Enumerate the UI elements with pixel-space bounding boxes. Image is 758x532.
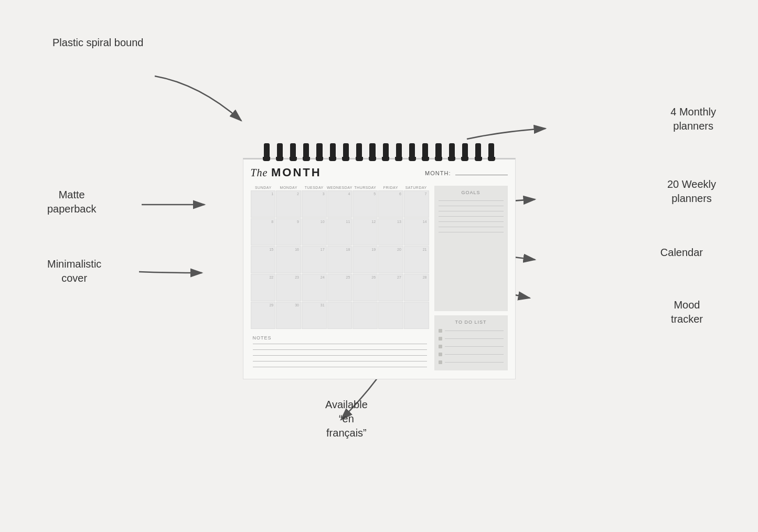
cal-cell: 5: [353, 190, 378, 218]
spiral-coil: [356, 143, 362, 158]
spiral-binding: [243, 143, 516, 158]
cal-cell: 23: [276, 274, 301, 301]
cal-cell: 8: [251, 218, 276, 246]
cal-cell: 2: [276, 190, 301, 218]
day-sunday: SUNDAY: [251, 186, 276, 189]
day-tuesday: TUESDAY: [301, 186, 326, 189]
todo-bullet: [439, 337, 442, 341]
spiral-coil: [369, 143, 375, 158]
cal-cell: 12: [353, 218, 378, 246]
todo-items: [439, 329, 504, 364]
cal-cell: 14: [404, 218, 429, 246]
todo-item: [439, 353, 504, 356]
annotation-monthly-planners: 4 Monthlyplanners: [670, 105, 716, 133]
spiral-coil: [409, 143, 415, 158]
cal-cell: 16: [276, 246, 301, 273]
planner-header: The MONTH MONTH:: [251, 166, 508, 182]
title-the: The: [251, 167, 268, 178]
notes-label: NOTES: [253, 335, 427, 341]
day-thursday: THURSDAY: [353, 186, 378, 189]
spiral-coil: [330, 143, 336, 158]
goals-line: [439, 211, 504, 211]
todo-bullet: [439, 360, 442, 364]
cal-cell: 13: [378, 218, 403, 246]
calendar-grid: 1 2 3 4 5 6 7 8 9 10 11 12 13 14 15: [251, 190, 429, 329]
annotation-mood-tracker: Moodtracker: [671, 298, 703, 326]
todo-box: TO DO LIST: [434, 315, 508, 370]
goals-label: GOALS: [439, 190, 504, 195]
cal-cell: 17: [302, 246, 327, 273]
todo-item-line: [445, 346, 504, 347]
notes-line: [253, 367, 427, 367]
cal-cell: 4: [327, 190, 353, 218]
notes-line: [253, 344, 427, 344]
todo-bullet: [439, 329, 442, 333]
spiral-coil: [422, 143, 428, 158]
annotation-matte-paperback: Mattepaperback: [47, 188, 96, 216]
spiral-coil: [475, 143, 481, 158]
month-label: MONTH:: [425, 170, 451, 176]
month-field: MONTH:: [425, 168, 507, 177]
cal-cell: 26: [353, 274, 378, 301]
cal-cell: 19: [353, 246, 378, 273]
goals-line: [439, 206, 504, 206]
cal-cell: [404, 302, 429, 329]
cal-cell: 6: [378, 190, 403, 218]
goals-box: GOALS: [434, 186, 508, 311]
day-saturday: SATURDAY: [403, 186, 429, 189]
spiral-coil: [343, 143, 349, 158]
cal-cell: [353, 302, 378, 329]
notes-line: [253, 361, 427, 361]
cal-cell: 11: [327, 218, 353, 246]
cal-cell: 28: [404, 274, 429, 301]
spiral-coil: [488, 143, 494, 158]
todo-item: [439, 345, 504, 348]
annotation-available-french: Available“enfrançais”: [325, 398, 368, 440]
todo-item: [439, 337, 504, 341]
spiral-coil: [303, 143, 309, 158]
cal-cell: 27: [378, 274, 403, 301]
spiral-coil: [462, 143, 468, 158]
annotation-weekly-planners: 20 Weeklyplanners: [667, 177, 716, 206]
cal-cell: 24: [302, 274, 327, 301]
cal-cell: 22: [251, 274, 276, 301]
goals-line: [439, 200, 504, 201]
cal-cell: 20: [378, 246, 403, 273]
month-line: [455, 175, 508, 175]
todo-item: [439, 329, 504, 333]
planner-main: SUNDAY MONDAY TUESDAY WEDNESDAY THURSDAY…: [251, 186, 508, 370]
todo-bullet: [439, 353, 442, 356]
cal-cell: 3: [302, 190, 327, 218]
todo-bullet: [439, 345, 442, 348]
planner-illustration: The MONTH MONTH: SUNDAY MONDAY TUESDAY W…: [243, 143, 516, 379]
spiral-coil: [316, 143, 322, 158]
spiral-coil: [277, 143, 283, 158]
spiral-coil: [435, 143, 441, 158]
cal-cell: 30: [276, 302, 301, 329]
planner-body: The MONTH MONTH: SUNDAY MONDAY TUESDAY W…: [243, 158, 516, 379]
goals-line: [439, 232, 504, 232]
cal-cell: 9: [276, 218, 301, 246]
cal-cell: 1: [251, 190, 276, 218]
day-monday: MONDAY: [276, 186, 301, 189]
todo-item-line: [445, 362, 504, 363]
annotation-spiral-bound: Plastic spiral bound: [52, 36, 143, 50]
goals-line: [439, 216, 504, 217]
calendar-section: SUNDAY MONDAY TUESDAY WEDNESDAY THURSDAY…: [251, 186, 429, 370]
cal-cell: 31: [302, 302, 327, 329]
notes-lines: [253, 344, 427, 367]
spiral-coil: [290, 143, 296, 158]
cal-cell: 15: [251, 246, 276, 273]
goals-line: [439, 227, 504, 227]
todo-item-line: [445, 331, 504, 331]
cal-cell: 10: [302, 218, 327, 246]
notes-line: [253, 349, 427, 350]
cal-cell: 25: [327, 274, 353, 301]
spiral-coil: [383, 143, 389, 158]
todo-label: TO DO LIST: [439, 320, 504, 325]
cal-cell: 7: [404, 190, 429, 218]
todo-item-line: [445, 354, 504, 355]
spiral-coil: [449, 143, 455, 158]
annotation-calendar: Calendar: [660, 246, 703, 260]
calendar-days-header: SUNDAY MONDAY TUESDAY WEDNESDAY THURSDAY…: [251, 186, 429, 189]
